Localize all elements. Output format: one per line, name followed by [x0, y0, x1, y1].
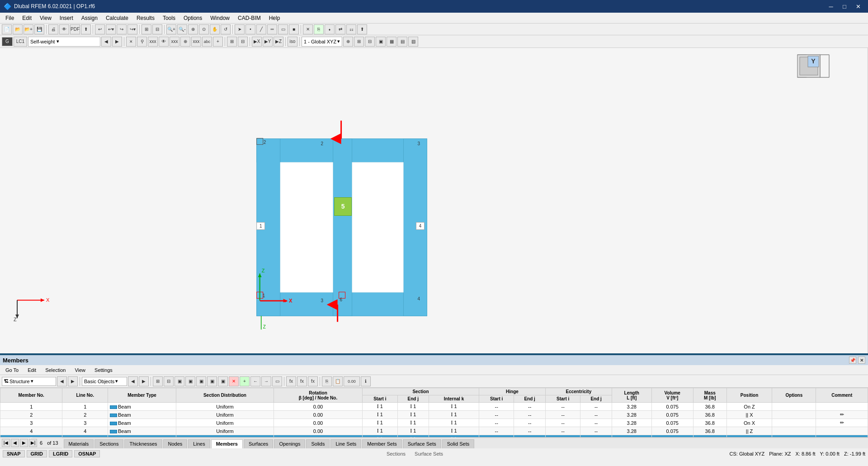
tab-thicknesses[interactable]: Thicknesses [124, 439, 162, 448]
export-button[interactable]: ⬆ [81, 24, 91, 34]
tab-sections[interactable]: Sections [94, 439, 123, 448]
lc-indicator[interactable]: G [2, 37, 13, 46]
lc-dropdown[interactable]: Self-weight ▾ [28, 37, 100, 47]
menu-item-view[interactable]: View [36, 14, 55, 22]
lc-btn6[interactable]: ⊕ [180, 37, 190, 47]
lc-btn2[interactable]: ⚲ [137, 37, 147, 47]
filter-btn1[interactable]: ⊞ [153, 376, 163, 386]
grid-button[interactable]: GRID [27, 450, 47, 457]
formula-btn2[interactable]: fx [297, 376, 307, 386]
next-lc-button[interactable]: ▶ [112, 37, 122, 47]
move-button[interactable]: ⬧ [325, 24, 335, 34]
pan-button[interactable]: ✋ [210, 24, 220, 34]
table-row[interactable]: 44BeamUniform0.00I 1I 1I 1--------3.280.… [0, 427, 868, 435]
menu-item-window[interactable]: Window [207, 14, 233, 22]
tab-members[interactable]: Members [211, 439, 243, 448]
canvas-area[interactable]: 5 1 2 3 2 3 4 6 1 4 [0, 48, 868, 353]
filter-arrow1[interactable]: ← [250, 376, 260, 386]
lgrid-button[interactable]: LGRID [49, 450, 72, 457]
coord-btn1[interactable]: ⊕ [343, 37, 353, 47]
copy-button[interactable]: ⎘ [314, 24, 324, 34]
mirror-button[interactable]: ⇄ [335, 24, 345, 34]
table-row[interactable]: 11BeamUniform0.00I 1I 1I 1--------3.280.… [0, 403, 868, 411]
lc-btn7[interactable]: xxx [191, 37, 201, 47]
tab-lines[interactable]: Lines [188, 439, 210, 448]
prev-lc-button[interactable]: ◀ [101, 37, 111, 47]
display-btn4[interactable]: ▦ [387, 37, 396, 47]
tab-nodes[interactable]: Nodes [163, 439, 188, 448]
lc-btn8[interactable]: abc [202, 37, 212, 47]
tab-solids[interactable]: Solids [306, 439, 330, 448]
zoom-out-button[interactable]: 🔍- [177, 24, 187, 34]
split-view-button[interactable]: ⊟ [152, 24, 162, 34]
select-button[interactable]: ➤ [235, 24, 245, 34]
filter-btn2[interactable]: ⊟ [164, 376, 174, 386]
pdf-button[interactable]: PDF [70, 24, 80, 34]
tab-surfaces[interactable]: Surfaces [244, 439, 273, 448]
display-btn1[interactable]: ⊞ [354, 37, 364, 47]
open-recent-button[interactable]: 📂+ [24, 24, 33, 34]
node-button[interactable]: • [245, 24, 255, 34]
value-box-btn[interactable]: 0.00 [344, 376, 360, 386]
osnap-button[interactable]: OSNAP [74, 450, 100, 457]
line-button[interactable]: ╱ [256, 24, 266, 34]
arr-button[interactable]: ⚏ [346, 24, 356, 34]
filter-btn8[interactable]: ▭ [272, 376, 282, 386]
panel-menu-selection[interactable]: Selection [42, 366, 69, 374]
extrude-button[interactable]: ⬆ [357, 24, 367, 34]
lc-btn3[interactable]: xxx [148, 37, 158, 47]
struct-prev-button[interactable]: ◀ [57, 376, 67, 386]
filter-btn6[interactable]: ▣ [207, 376, 217, 386]
view-btn1[interactable]: iso [288, 37, 297, 47]
menu-item-help[interactable]: Help [265, 14, 284, 22]
struct-next-button[interactable]: ▶ [68, 376, 78, 386]
display-btn3[interactable]: ▣ [376, 37, 386, 47]
nav-next-button[interactable]: ▶ [20, 439, 28, 447]
undo-button[interactable]: ↩ [95, 24, 105, 34]
menu-item-insert[interactable]: Insert [56, 14, 77, 22]
redo-button[interactable]: ↪ [117, 24, 127, 34]
print-preview-button[interactable]: 👁 [59, 24, 69, 34]
menu-item-tools[interactable]: Tools [159, 14, 179, 22]
results-btn1[interactable]: ⊞ [227, 37, 237, 47]
filter-btn7[interactable]: ▣ [218, 376, 228, 386]
nav-prev-button[interactable]: ◀ [11, 439, 19, 447]
open-button[interactable]: 📂 [13, 24, 23, 34]
solid-button[interactable]: ■ [289, 24, 299, 34]
delete-button[interactable]: ✕ [303, 24, 313, 34]
panel-pin-button[interactable]: 📌 [849, 357, 856, 364]
results-btn2[interactable]: ⊟ [238, 37, 248, 47]
info-btn[interactable]: ℹ [361, 376, 371, 386]
panel-menu-view[interactable]: View [71, 366, 89, 374]
member-button[interactable]: ═ [267, 24, 277, 34]
filter-add-button[interactable]: + [240, 376, 250, 386]
structure-dropdown[interactable]: 🏗 Structure ▾ [2, 377, 56, 386]
print-button[interactable]: 🖨 [48, 24, 58, 34]
formula-btn1[interactable]: fx [286, 376, 296, 386]
menu-item-options[interactable]: Options [180, 14, 206, 22]
display-btn5[interactable]: ▤ [397, 37, 407, 47]
tab-openings[interactable]: Openings [274, 439, 305, 448]
table-area[interactable]: Member No. Line No. Member Type Section … [0, 388, 868, 439]
axis-btn2[interactable]: ▶Y [263, 37, 273, 47]
menu-item-edit[interactable]: Edit [19, 14, 35, 22]
lc-btn5[interactable]: xxx [170, 37, 179, 47]
panel-menu-edit[interactable]: Edit [24, 366, 40, 374]
copy-table-btn[interactable]: ⎘ [322, 376, 332, 386]
nav-last-button[interactable]: ▶| [29, 439, 37, 447]
zoom-all-button[interactable]: ⊕ [188, 24, 198, 34]
menu-item-calculate[interactable]: Calculate [102, 14, 132, 22]
close-button[interactable]: ✕ [852, 1, 864, 11]
snap-button[interactable]: SNAP [3, 450, 25, 457]
lc-btn9[interactable]: + [213, 37, 223, 47]
formula-btn3[interactable]: fx [308, 376, 318, 386]
zoom-in-button[interactable]: 🔍+ [166, 24, 176, 34]
menu-item-results[interactable]: Results [133, 14, 158, 22]
new-button[interactable]: 📄 [2, 24, 12, 34]
undo-list-button[interactable]: ↩▾ [106, 24, 116, 34]
maximize-button[interactable]: □ [838, 1, 851, 11]
tab-line-sets[interactable]: Line Sets [330, 439, 361, 448]
filter-btn3[interactable]: ▣ [175, 376, 184, 386]
tab-solid-sets[interactable]: Solid Sets [442, 439, 475, 448]
lc-btn1[interactable]: ✕ [126, 37, 136, 47]
